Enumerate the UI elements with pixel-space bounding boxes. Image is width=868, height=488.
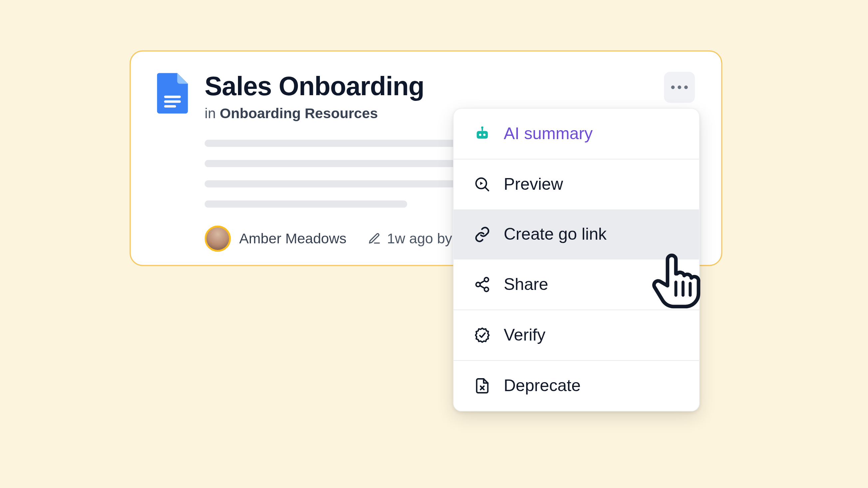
magnify-play-icon	[474, 176, 491, 193]
menu-item-create-go-link[interactable]: Create go link	[454, 209, 699, 259]
skeleton-line	[205, 201, 407, 208]
actions-menu: AI summary Preview Create go link	[453, 108, 700, 411]
svg-rect-3	[476, 131, 488, 139]
svg-point-5	[483, 133, 486, 136]
svg-rect-1	[164, 100, 181, 103]
menu-item-label: AI summary	[503, 124, 679, 143]
svg-rect-0	[164, 95, 181, 98]
menu-item-label: Verify	[503, 326, 679, 344]
google-doc-icon	[157, 73, 188, 114]
menu-item-label: Deprecate	[503, 376, 679, 395]
share-nodes-icon	[474, 276, 491, 293]
menu-item-label: Preview	[503, 175, 679, 194]
menu-item-ai-summary[interactable]: AI summary	[454, 109, 699, 159]
more-horizontal-icon	[671, 86, 675, 89]
link-icon	[474, 226, 491, 243]
svg-point-4	[479, 133, 481, 136]
robot-icon	[474, 125, 491, 142]
menu-item-share[interactable]: Share	[454, 260, 699, 310]
menu-item-label: Create go link	[503, 225, 679, 244]
location-prefix: in	[205, 105, 216, 122]
svg-line-9	[485, 187, 488, 190]
document-title: Sales Onboarding	[205, 72, 647, 101]
menu-item-preview[interactable]: Preview	[454, 159, 699, 209]
menu-item-verify[interactable]: Verify	[454, 310, 699, 360]
location-folder[interactable]: Onboarding Resources	[220, 105, 378, 122]
svg-point-7	[481, 126, 484, 129]
file-x-icon	[474, 377, 491, 394]
author-avatar[interactable]	[205, 226, 231, 252]
edited-text: 1w ago by	[387, 231, 452, 247]
svg-line-15	[480, 285, 485, 288]
verified-badge-icon	[474, 327, 491, 343]
svg-marker-10	[480, 182, 483, 185]
svg-rect-2	[164, 105, 176, 108]
svg-line-14	[480, 281, 485, 283]
menu-item-label: Share	[503, 275, 679, 294]
more-actions-button[interactable]	[664, 72, 695, 103]
author-name[interactable]: Amber Meadows	[239, 231, 346, 247]
pencil-icon	[368, 232, 381, 245]
menu-item-deprecate[interactable]: Deprecate	[454, 361, 699, 411]
